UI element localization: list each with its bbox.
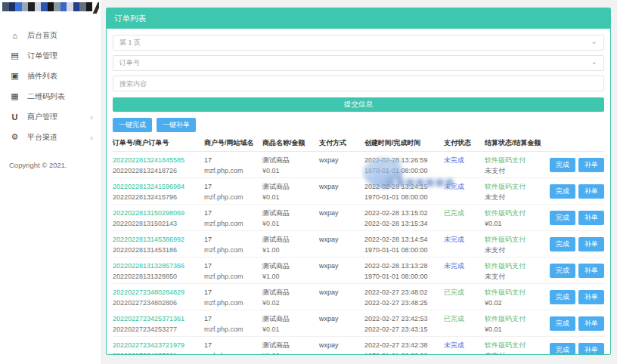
- settle-value: 未支付: [485, 245, 550, 254]
- order-number-link[interactable]: 2022022813241596984: [113, 182, 204, 191]
- reissue-button[interactable]: 补单: [578, 184, 604, 199]
- created-time: 2022-02-27 23:48:02: [364, 288, 444, 297]
- order-number-link[interactable]: 2022022813241845585: [113, 156, 204, 165]
- order-number-link[interactable]: 2022022813145386992: [113, 235, 204, 244]
- order-number-link[interactable]: 2022022723423721979: [113, 341, 204, 350]
- search-field-select[interactable]: 订单号 ⌄: [113, 55, 604, 71]
- settle-channel: 软件版码支付: [485, 314, 550, 323]
- reissue-button[interactable]: 补单: [578, 343, 604, 355]
- settle-channel: 软件版码支付: [485, 261, 550, 270]
- product-name: 测试商品: [262, 288, 319, 297]
- home-icon: ⌂: [9, 31, 20, 40]
- merchant-id: 17: [204, 156, 262, 165]
- settle-value: ¥0.01: [485, 325, 550, 334]
- gear-icon: ⚙: [9, 132, 20, 142]
- complete-button[interactable]: 完成: [550, 184, 575, 199]
- product-name: 测试商品: [262, 261, 319, 270]
- complete-button[interactable]: 完成: [550, 316, 575, 331]
- table-header-row: 订单号/商户订单号商户号/网站域名商品名称/金额支付方式创建时间/完成时间支付状…: [113, 134, 604, 152]
- column-header: 商户号/网站域名: [204, 138, 262, 148]
- reissue-button[interactable]: 补单: [578, 211, 604, 225]
- settle-value: 未支付: [485, 166, 550, 175]
- product-amount: ¥1.00: [262, 351, 319, 355]
- sidebar-item-2[interactable]: ▤ 订单管理: [0, 45, 101, 66]
- pay-method: wxpay: [319, 261, 364, 283]
- product-name: 测试商品: [262, 182, 319, 191]
- complete-all-button[interactable]: 一键完成: [113, 118, 152, 132]
- created-time: 2022-02-28 13:24:15: [364, 182, 444, 191]
- created-time: 2022-02-27 23:42:38: [364, 341, 444, 350]
- page-select-value: 第 1 页: [119, 38, 141, 48]
- reissue-button[interactable]: 补单: [578, 290, 604, 304]
- complete-button[interactable]: 完成: [550, 237, 575, 251]
- table-row: 2022022723480284829 20220227234802806 17…: [113, 284, 604, 310]
- product-amount: ¥1.00: [262, 272, 319, 281]
- merchant-order-number: 20220228131328850: [113, 272, 204, 281]
- created-time: 2022-02-28 13:26:59: [364, 156, 444, 165]
- product-amount: ¥1.00: [262, 245, 319, 254]
- order-number-link[interactable]: 2022022723425371361: [113, 314, 204, 323]
- logo-censored: [2, 2, 99, 14]
- finished-time: 1970-01-01 08:00:00: [364, 351, 444, 355]
- complete-button[interactable]: 完成: [550, 290, 575, 304]
- search-input-wrap: [113, 76, 604, 91]
- order-number-link[interactable]: 2022022723480284829: [113, 288, 204, 297]
- pay-method: wxpay: [319, 182, 364, 204]
- merchant-order-number: 20220228131502143: [113, 219, 204, 228]
- page-select[interactable]: 第 1 页 ⌄: [113, 35, 604, 51]
- chevron-right-icon: ›: [90, 113, 93, 122]
- sidebar-item-5[interactable]: U 商户管理 ›: [0, 106, 101, 127]
- product-amount: ¥0.01: [262, 166, 319, 175]
- complete-button[interactable]: 完成: [550, 343, 575, 355]
- complete-button[interactable]: 完成: [550, 264, 575, 278]
- order-list-card: 订单列表 第 1 页 ⌄ 订单号 ⌄ 提交信息 一键完成 一键补单: [106, 8, 611, 355]
- order-number-link[interactable]: 2022022813132857366: [113, 261, 204, 270]
- column-header: 创建时间/完成时间: [364, 138, 444, 148]
- site-domain: mzf.php.com: [204, 298, 262, 307]
- sidebar-item-6[interactable]: ⚙ 平台渠道 ›: [0, 127, 101, 147]
- reissue-button[interactable]: 补单: [578, 316, 604, 331]
- reissue-all-button[interactable]: 一键补单: [157, 118, 196, 132]
- product-name: 测试商品: [262, 341, 319, 350]
- merchant-order-number: 20220228132418726: [113, 166, 204, 175]
- complete-button[interactable]: 完成: [550, 158, 575, 172]
- reissue-button[interactable]: 补单: [578, 237, 604, 251]
- finished-time: 2022-02-27 23:43:15: [364, 325, 444, 334]
- product-name: 测试商品: [262, 235, 319, 244]
- pay-status: 已完成: [444, 315, 464, 322]
- merchant-order-number: 20220227234802806: [113, 298, 204, 307]
- settle-value: ¥0.01: [485, 219, 550, 228]
- column-header: 结算状态/结算金额: [485, 138, 550, 148]
- table-row: 2022022813241596984 20220228132415796 17…: [113, 178, 604, 205]
- finished-time: 1970-01-01 08:00:00: [364, 193, 444, 202]
- panel-title: 订单列表: [107, 8, 610, 29]
- pay-status: 未完成: [444, 262, 464, 270]
- settle-channel: 软件版码支付: [485, 235, 550, 244]
- product-name: 测试商品: [262, 314, 319, 323]
- settle-value: 未支付: [485, 193, 550, 202]
- sidebar-item-1[interactable]: ⌂ 后台首页: [0, 25, 101, 45]
- submit-button[interactable]: 提交信息: [113, 97, 604, 112]
- column-header: 商品名称/金额: [262, 138, 319, 148]
- sidebar-item-4[interactable]: ▦ 二维码列表: [0, 86, 101, 106]
- merchant-order-number: 20220228131453186: [113, 245, 204, 254]
- merchant-id: 17: [204, 288, 262, 297]
- complete-button[interactable]: 完成: [550, 211, 575, 225]
- created-time: 2022-02-28 13:15:02: [364, 208, 444, 217]
- sidebar-item-3[interactable]: ▣ 插件列表: [0, 66, 101, 86]
- order-number-link[interactable]: 2022022813150298069: [113, 208, 204, 217]
- site-domain: mzf.php.com: [204, 272, 262, 281]
- merchant-icon: U: [9, 113, 20, 122]
- chevron-down-icon: ⌄: [591, 37, 597, 45]
- reissue-button[interactable]: 补单: [578, 264, 604, 278]
- table-row: 2022022723423721979 20220227234237661 17…: [113, 337, 604, 355]
- created-time: 2022-02-28 13:14:54: [364, 235, 444, 244]
- merchant-id: 17: [204, 208, 262, 217]
- merchant-id: 17: [204, 235, 262, 244]
- column-header: 支付状态: [444, 138, 485, 148]
- product-amount: ¥0.01: [262, 219, 319, 228]
- search-input[interactable]: [119, 80, 597, 88]
- reissue-button[interactable]: 补单: [578, 158, 604, 172]
- pay-method: wxpay: [319, 156, 364, 177]
- merchant-id: 17: [204, 341, 262, 350]
